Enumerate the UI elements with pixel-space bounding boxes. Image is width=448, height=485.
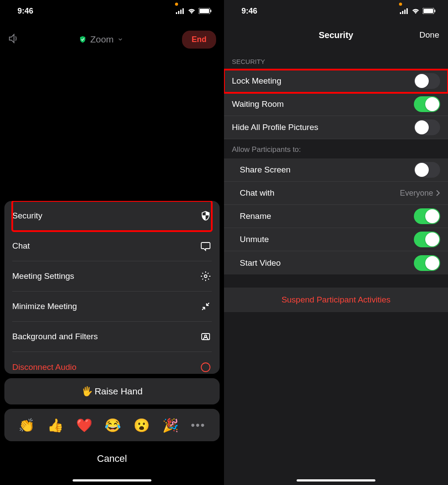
permissions-list: Share Screen Chat with Everyone Rename U… xyxy=(224,158,448,274)
row-share-screen[interactable]: Share Screen xyxy=(224,158,448,182)
cellular-icon xyxy=(176,8,185,14)
wifi-icon xyxy=(411,8,420,14)
menu-item-settings[interactable]: Meeting Settings xyxy=(12,261,212,292)
reaction-laugh[interactable]: 😂 xyxy=(105,418,121,433)
end-meeting-button[interactable]: End xyxy=(182,31,216,49)
gear-icon xyxy=(200,270,212,282)
row-start-video[interactable]: Start Video xyxy=(224,251,448,274)
home-indicator[interactable] xyxy=(73,479,151,481)
reaction-heart[interactable]: ❤️ xyxy=(76,418,92,433)
recording-dot-icon xyxy=(175,3,178,6)
page-title: Security xyxy=(319,30,354,40)
toggle-lock-meeting[interactable] xyxy=(414,73,440,89)
reactions-row: 👏 👍 ❤️ 😂 😮 🎉 ••• xyxy=(4,409,220,441)
row-hide-profile-pictures[interactable]: Hide All Profile Pictures xyxy=(224,116,448,139)
reaction-clap[interactable]: 👏 xyxy=(18,418,35,433)
right-screenshot: 9:46 Security Done SECURITY Lock Meeting… xyxy=(224,0,448,485)
reaction-tada[interactable]: 🎉 xyxy=(162,418,178,433)
reactions-more-icon[interactable]: ••• xyxy=(191,418,205,432)
svg-rect-12 xyxy=(402,11,403,14)
shield-check-icon xyxy=(79,35,87,43)
wifi-icon xyxy=(187,8,196,14)
svg-rect-17 xyxy=(434,10,435,12)
menu-item-security[interactable]: Security xyxy=(12,201,212,231)
chat-icon xyxy=(200,240,212,252)
person-frame-icon xyxy=(200,330,212,343)
meeting-toolbar: Zoom End xyxy=(0,22,224,57)
more-actions-sheet: Security Chat Meeting Settings Minimize … xyxy=(4,201,220,472)
nav-header: Security Done xyxy=(224,22,448,48)
svg-rect-1 xyxy=(178,11,179,14)
row-unmute[interactable]: Unmute xyxy=(224,228,448,251)
row-chat-with[interactable]: Chat with Everyone xyxy=(224,182,448,205)
reaction-thumbsup[interactable]: 👍 xyxy=(47,418,63,433)
status-bar: 9:46 xyxy=(0,0,224,22)
toggle-unmute[interactable] xyxy=(414,232,440,247)
raise-hand-button[interactable]: 🖐 Raise Hand xyxy=(4,378,220,404)
svg-rect-16 xyxy=(424,9,433,13)
minimize-icon xyxy=(200,300,212,313)
chevron-down-icon xyxy=(117,36,123,42)
svg-point-7 xyxy=(204,275,207,278)
menu-item-minimize[interactable]: Minimize Meeting xyxy=(12,292,212,322)
svg-rect-2 xyxy=(180,10,182,14)
menu-item-background[interactable]: Background and Filters xyxy=(12,322,212,352)
chat-with-value: Everyone xyxy=(400,189,433,198)
toggle-start-video[interactable] xyxy=(414,255,440,271)
app-title[interactable]: Zoom xyxy=(25,34,177,45)
svg-point-9 xyxy=(205,335,207,337)
menu-panel: Security Chat Meeting Settings Minimize … xyxy=(4,201,220,374)
reaction-wow[interactable]: 😮 xyxy=(133,418,150,433)
toggle-rename[interactable] xyxy=(414,208,440,224)
toggle-hide-profiles[interactable] xyxy=(414,119,440,135)
svg-rect-8 xyxy=(202,334,210,340)
svg-rect-14 xyxy=(406,8,408,14)
svg-rect-6 xyxy=(210,10,211,12)
suspend-activities-button[interactable]: Suspend Participant Activities xyxy=(224,288,448,312)
cellular-icon xyxy=(400,8,409,14)
status-time: 9:46 xyxy=(236,7,257,16)
svg-point-10 xyxy=(201,363,210,372)
battery-icon xyxy=(199,8,212,14)
chevron-right-icon xyxy=(436,190,440,197)
battery-icon xyxy=(423,8,436,14)
shield-icon xyxy=(200,210,212,222)
status-bar: 9:46 xyxy=(224,0,448,22)
recording-dot-icon xyxy=(399,3,402,6)
svg-rect-11 xyxy=(400,12,401,14)
disconnect-audio-icon xyxy=(200,361,212,373)
raise-hand-emoji: 🖐 xyxy=(81,386,93,397)
svg-rect-3 xyxy=(182,8,184,14)
menu-item-chat[interactable]: Chat xyxy=(12,231,212,261)
svg-rect-0 xyxy=(176,12,177,14)
done-button[interactable]: Done xyxy=(420,30,439,40)
toggle-share-screen[interactable] xyxy=(414,162,440,178)
left-screenshot: 9:46 Zoom End Secur xyxy=(0,0,224,485)
cancel-button[interactable]: Cancel xyxy=(4,446,220,472)
speaker-icon[interactable] xyxy=(8,32,20,46)
home-indicator[interactable] xyxy=(297,479,375,481)
row-lock-meeting[interactable]: Lock Meeting xyxy=(224,70,448,93)
row-waiting-room[interactable]: Waiting Room xyxy=(224,93,448,116)
section-header-security: SECURITY xyxy=(224,48,448,70)
allow-participants-label: Allow Participants to: xyxy=(224,139,448,158)
row-rename[interactable]: Rename xyxy=(224,205,448,228)
status-time: 9:46 xyxy=(12,7,33,16)
menu-item-disconnect-audio[interactable]: Disconnect Audio xyxy=(12,352,212,374)
toggle-waiting-room[interactable] xyxy=(414,96,440,112)
svg-rect-5 xyxy=(200,9,209,13)
security-settings-list: Lock Meeting Waiting Room Hide All Profi… xyxy=(224,70,448,139)
app-name-label: Zoom xyxy=(90,34,114,45)
svg-rect-13 xyxy=(404,10,406,14)
